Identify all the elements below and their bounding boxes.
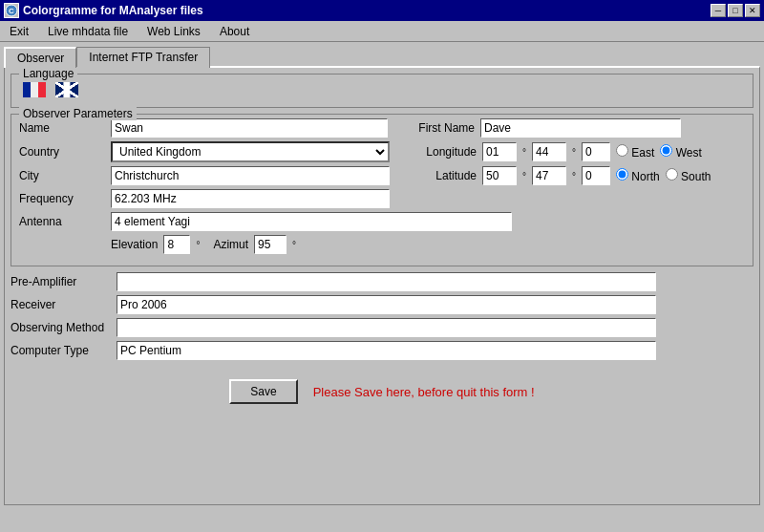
elevation-deg: ° (196, 240, 200, 250)
observer-group: Observer Parameters Name First Name Coun… (11, 114, 753, 266)
longitude-deg1: ° (522, 147, 526, 158)
firstname-input[interactable] (480, 118, 681, 138)
observing-method-row: Observing Method (11, 318, 753, 337)
city-input[interactable] (111, 166, 390, 185)
longitude-d-input[interactable] (482, 142, 517, 161)
menu-live[interactable]: Live mhdata file (42, 23, 134, 40)
west-radio[interactable] (660, 144, 672, 157)
window-title: Colorgramme for MAnalyser files (23, 4, 203, 17)
longitude-m-input[interactable] (532, 142, 566, 161)
north-radio-label: North (616, 168, 660, 183)
azimut-label: Azimut (213, 238, 248, 251)
latitude-m-input[interactable] (532, 166, 566, 185)
computer-type-label: Computer Type (11, 344, 111, 357)
name-input[interactable] (111, 118, 388, 138)
svg-text:C: C (9, 7, 14, 15)
receiver-label: Receiver (11, 298, 111, 311)
city-row: City Latitude ° ° North South (19, 166, 745, 185)
menu-about[interactable]: About (214, 23, 255, 40)
computer-type-input[interactable] (117, 341, 656, 360)
tab-bar: Observer Internet FTP Transfer (4, 46, 760, 67)
language-row (19, 78, 745, 99)
antenna-input[interactable] (111, 212, 512, 231)
tab-observer[interactable]: Observer (4, 47, 76, 68)
preamplifier-label: Pre-Amplifier (11, 275, 111, 288)
close-button[interactable]: ✕ (745, 4, 760, 17)
preamplifier-input[interactable] (117, 272, 656, 291)
azimut-deg: ° (292, 240, 296, 250)
app-icon: C (4, 3, 19, 18)
tab-content: Language Observer Parameters Name First … (4, 66, 760, 505)
title-bar: C Colorgramme for MAnalyser files ─ □ ✕ (0, 0, 764, 21)
name-row: Name First Name (19, 118, 745, 138)
frequency-label: Frequency (19, 192, 105, 205)
elevation-row: Elevation ° Azimut ° (19, 235, 745, 254)
azimut-input[interactable] (254, 235, 286, 254)
east-radio[interactable] (616, 144, 628, 157)
antenna-label: Antenna (19, 215, 105, 228)
menu-bar: Exit Live mhdata file Web Links About (0, 21, 764, 42)
east-radio-label: East (616, 144, 654, 160)
longitude-label: Longitude (414, 145, 477, 159)
west-radio-label: West (660, 144, 701, 160)
language-group: Language (11, 74, 753, 108)
frequency-input[interactable] (111, 189, 390, 208)
elevation-label: Elevation (111, 238, 158, 251)
latitude-s-input[interactable] (582, 166, 610, 185)
latitude-deg1: ° (522, 171, 526, 181)
preamplifier-row: Pre-Amplifier (11, 272, 753, 291)
observing-method-label: Observing Method (11, 321, 111, 334)
computer-type-row: Computer Type (11, 341, 753, 360)
longitude-s-input[interactable] (582, 142, 610, 161)
observer-group-label: Observer Parameters (19, 107, 137, 120)
flag-french[interactable] (23, 82, 46, 97)
language-group-label: Language (19, 67, 77, 80)
longitude-deg2: ° (572, 147, 576, 158)
minimize-button[interactable]: ─ (711, 4, 726, 17)
save-button[interactable]: Save (229, 379, 297, 404)
receiver-row: Receiver (11, 295, 753, 314)
south-radio-label: South (666, 168, 711, 183)
menu-weblinks[interactable]: Web Links (141, 23, 206, 40)
observing-method-input[interactable] (117, 318, 656, 337)
bottom-fields: Pre-Amplifier Receiver Observing Method … (11, 272, 753, 360)
latitude-deg2: ° (572, 171, 576, 181)
tab-ftp[interactable]: Internet FTP Transfer (76, 47, 210, 68)
latitude-label: Latitude (414, 169, 477, 182)
latitude-d-input[interactable] (482, 166, 517, 185)
main-content: Observer Internet FTP Transfer Language … (0, 42, 764, 509)
antenna-row: Antenna (19, 212, 745, 231)
city-label: City (19, 169, 105, 182)
frequency-row: Frequency (19, 189, 745, 208)
country-select[interactable]: United Kingdom France Germany USA (111, 141, 390, 162)
window-controls: ─ □ ✕ (711, 4, 760, 17)
country-label: Country (19, 145, 105, 159)
country-row: Country United Kingdom France Germany US… (19, 141, 745, 162)
elevation-input[interactable] (163, 235, 190, 254)
name-label: Name (19, 121, 105, 135)
north-radio[interactable] (616, 168, 628, 181)
maximize-button[interactable]: □ (728, 4, 743, 17)
receiver-input[interactable] (117, 295, 656, 314)
flag-english[interactable] (55, 82, 78, 97)
menu-exit[interactable]: Exit (4, 23, 34, 40)
save-row: Save Please Save here, before quit this … (11, 379, 753, 404)
south-radio[interactable] (666, 168, 678, 181)
firstname-label: First Name (413, 121, 475, 135)
save-message: Please Save here, before quit this form … (313, 385, 535, 399)
